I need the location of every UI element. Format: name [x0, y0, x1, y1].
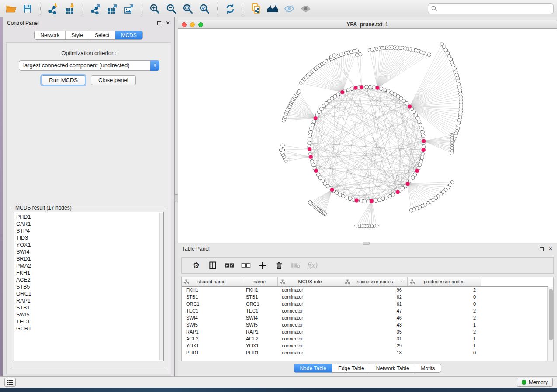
mcds-result-item[interactable]: YOX1	[16, 241, 158, 248]
mcds-result-item[interactable]: PMA2	[16, 262, 158, 269]
gear-icon: ⚙	[193, 261, 200, 270]
column-header-predecessor-nodes[interactable]: predecessor nodes	[407, 277, 481, 286]
delete-table-icon	[291, 262, 301, 269]
table-row[interactable]: STB1STB1dominator620	[182, 293, 548, 300]
mcds-result-item[interactable]: GCR1	[16, 325, 158, 332]
task-history-button[interactable]	[4, 378, 16, 387]
mcds-result-item[interactable]: SWI5	[16, 311, 158, 318]
table-row[interactable]: FKH1FKH1dominator962	[182, 286, 548, 293]
select-all-button[interactable]	[221, 258, 238, 272]
import-table-button[interactable]	[62, 2, 77, 16]
network-window-titlebar[interactable]: YPA_prune.txt_1	[178, 20, 557, 29]
hide-selected-button[interactable]	[282, 2, 297, 16]
criterion-select[interactable]: largest connected component (undirected)…	[19, 60, 159, 71]
table-row[interactable]: YOX1YOX1connector291	[182, 342, 548, 349]
tab-edge-table[interactable]: Edge Table	[332, 364, 370, 372]
table-settings-button[interactable]: ⚙	[188, 258, 204, 272]
select-stepper-icon: ▲▼	[150, 60, 159, 71]
tab-node-table[interactable]: Node Table	[294, 364, 332, 372]
export-image-button[interactable]	[121, 2, 136, 16]
mcds-result-item[interactable]: SWI4	[16, 248, 158, 255]
mcds-result-item[interactable]: PHD1	[16, 213, 158, 220]
zoom-out-button[interactable]	[164, 2, 179, 16]
network-and-table-region: YPA_prune.txt_1 Table Panel ✕ ⚙	[178, 17, 557, 376]
network-window-title: YPA_prune.txt_1	[178, 20, 557, 29]
add-column-button[interactable]	[254, 258, 271, 272]
table-row[interactable]: ORC1ORC1dominator610	[182, 300, 548, 307]
close-window-icon[interactable]	[182, 22, 187, 27]
close-panel-icon[interactable]: ✕	[548, 247, 553, 251]
mcds-result-item[interactable]: FKH1	[16, 269, 158, 276]
table-cell: ORC1	[242, 300, 277, 307]
mcds-result-list[interactable]: PHD1CAR1STP4TID3YOX1SWI4SRD1PMA2FKH1ACE2…	[14, 212, 164, 361]
mcds-result-item[interactable]: TID3	[16, 234, 158, 241]
close-panel-button[interactable]: Close panel	[91, 75, 136, 85]
table-row[interactable]: SWI5SWI5connector431	[182, 321, 548, 328]
zoom-in-button[interactable]	[147, 2, 162, 16]
zoom-selected-button[interactable]	[197, 2, 212, 16]
show-columns-button[interactable]	[204, 258, 221, 272]
function-builder-button[interactable]: f(x)	[304, 258, 321, 272]
fx-icon: f(x)	[307, 261, 318, 270]
column-header-successor-nodes[interactable]: successor nodes⌄	[343, 277, 407, 286]
column-header-name[interactable]: name	[242, 277, 277, 286]
delete-column-button[interactable]	[271, 258, 287, 272]
table-row[interactable]: TEC1TEC1connector472	[182, 307, 548, 314]
table-row[interactable]: SWI4SWI4dominator462	[182, 314, 548, 321]
zoom-selected-icon	[199, 3, 210, 14]
tab-motifs[interactable]: Motifs	[415, 364, 441, 372]
mcds-result-item[interactable]: STB1	[16, 304, 158, 311]
first-neighbors-button[interactable]	[265, 2, 280, 16]
column-header-MCDS-role[interactable]: MCDS role	[277, 277, 343, 286]
mcds-result-item[interactable]: ACE2	[16, 276, 158, 283]
mcds-tab-content: Optimization criterion: largest connecte…	[6, 42, 171, 374]
clone-network-button[interactable]	[249, 2, 263, 16]
horizontal-splitter-grip[interactable]	[363, 242, 370, 245]
eye-icon	[300, 3, 311, 14]
deselect-all-button[interactable]	[238, 258, 254, 272]
maximize-window-icon[interactable]	[198, 22, 203, 27]
zoom-fit-button[interactable]	[180, 2, 195, 16]
table-row[interactable]: RAP1RAP1dominator352	[182, 328, 548, 335]
mcds-result-item[interactable]: ORC1	[16, 290, 158, 297]
mcds-result-item[interactable]: TEC1	[16, 318, 158, 325]
close-panel-icon[interactable]: ✕	[166, 21, 170, 25]
tab-style[interactable]: Style	[65, 31, 89, 39]
run-mcds-button[interactable]: Run MCDS	[42, 75, 85, 85]
search-input[interactable]	[428, 3, 554, 14]
table-scrollbar-thumb[interactable]	[549, 289, 553, 340]
import-network-button[interactable]	[46, 2, 61, 16]
save-session-button[interactable]	[20, 2, 35, 16]
minimize-window-icon[interactable]	[190, 22, 195, 27]
attribute-type-icon	[280, 279, 285, 284]
node-table[interactable]: shared namenameMCDS rolesuccessor nodes⌄…	[181, 277, 554, 361]
table-row[interactable]: ACE2ACE2connector311	[182, 335, 548, 342]
export-table-button[interactable]	[105, 2, 120, 16]
open-file-button[interactable]	[3, 2, 18, 16]
network-canvas[interactable]	[178, 29, 557, 243]
mcds-result-item[interactable]: SRD1	[16, 255, 158, 262]
table-scrollbar[interactable]	[547, 287, 553, 361]
export-network-button[interactable]	[88, 2, 103, 16]
column-header-shared-name[interactable]: shared name	[182, 277, 242, 286]
table-cell: SWI4	[242, 314, 277, 321]
float-panel-icon[interactable]	[157, 21, 161, 25]
tab-network[interactable]: Network	[35, 31, 65, 39]
float-panel-icon[interactable]	[540, 247, 544, 251]
memory-button[interactable]: Memory	[517, 378, 553, 387]
tab-select[interactable]: Select	[89, 31, 115, 39]
mcds-result-item[interactable]: CAR1	[16, 220, 158, 227]
show-all-button[interactable]	[298, 2, 313, 16]
tab-mcds[interactable]: MCDS	[115, 31, 142, 39]
delete-table-button[interactable]	[287, 258, 304, 272]
mcds-result-item[interactable]: STP4	[16, 227, 158, 234]
table-row[interactable]: PHD1PHD1dominator180	[182, 349, 548, 356]
tab-network-table[interactable]: Network Table	[370, 364, 415, 372]
mcds-list-scrollbar[interactable]	[159, 213, 163, 360]
vertical-splitter[interactable]	[175, 17, 178, 376]
refresh-button[interactable]	[223, 2, 238, 16]
table-cell: dominator	[277, 300, 343, 307]
mcds-result-item[interactable]: RAP1	[16, 297, 158, 304]
mcds-result-item[interactable]: STB5	[16, 283, 158, 290]
table-cell: dominator	[277, 293, 343, 300]
